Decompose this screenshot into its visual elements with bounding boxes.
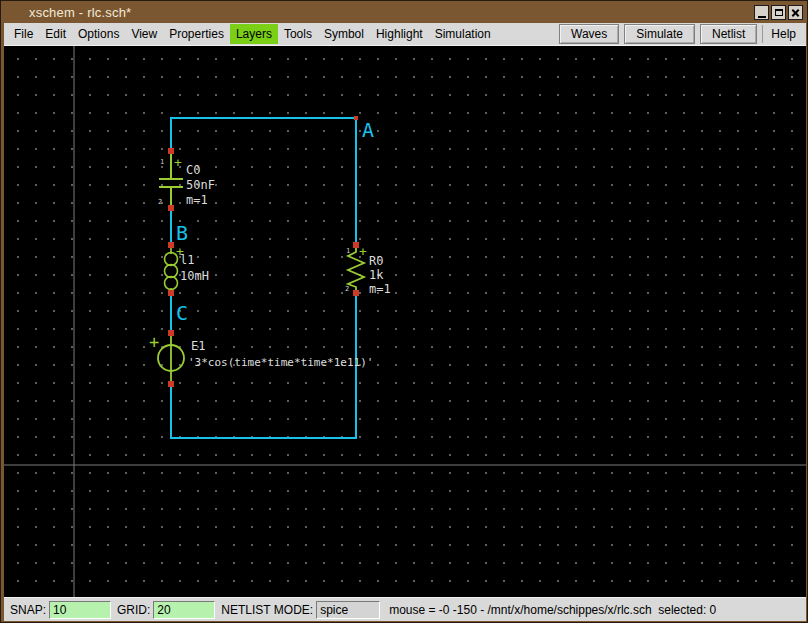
- pin[interactable]: [168, 205, 174, 211]
- menu-item-view[interactable]: View: [125, 24, 163, 44]
- schematic-canvas[interactable]: 1 2 + C0 50nF m=1 B +: [4, 46, 806, 597]
- pin-number: 1: [346, 247, 350, 255]
- polarity-plus-icon: +: [174, 155, 182, 170]
- netlist-mode-label: NETLIST MODE:: [221, 603, 313, 617]
- pin-number: 2: [345, 285, 349, 293]
- pin[interactable]: [168, 381, 174, 387]
- component-mult: m=1: [369, 282, 391, 296]
- menubar: File Edit Options View Properties Layers…: [4, 23, 806, 46]
- polarity-plus-icon: +: [359, 244, 367, 259]
- component-value: 50nF: [186, 178, 215, 192]
- component-ref: R0: [369, 254, 383, 268]
- close-button[interactable]: [788, 5, 803, 20]
- netlist-button[interactable]: Netlist: [700, 24, 757, 44]
- menu-item-properties[interactable]: Properties: [163, 24, 230, 44]
- component-value: 1k: [369, 268, 384, 282]
- menu-item-layers[interactable]: Layers: [230, 24, 278, 44]
- titlebar[interactable]: xschem - rlc.sch*: [2, 2, 806, 23]
- pin[interactable]: [168, 330, 174, 336]
- component-value: 10mH: [180, 269, 209, 283]
- pin[interactable]: [168, 148, 174, 154]
- pin-number: 1: [160, 158, 164, 166]
- snap-input[interactable]: [49, 601, 111, 619]
- menu-item-edit[interactable]: Edit: [39, 24, 72, 44]
- maximize-icon: [775, 9, 783, 16]
- status-info: mouse = -0 -150 - /mnt/x/home/schippes/x…: [389, 603, 716, 617]
- grid-label: GRID:: [117, 603, 150, 617]
- menu-item-help[interactable]: Help: [762, 25, 804, 43]
- menu-item-simulation[interactable]: Simulation: [429, 24, 497, 44]
- net-label-c[interactable]: C: [176, 301, 188, 325]
- pin[interactable]: [168, 242, 174, 248]
- pin[interactable]: [353, 290, 359, 296]
- menu-item-file[interactable]: File: [8, 24, 39, 44]
- pin-number: 2: [158, 198, 162, 206]
- inductor-coil: [165, 277, 178, 290]
- menu-item-highlight[interactable]: Highlight: [370, 24, 429, 44]
- window-title: xschem - rlc.sch*: [29, 5, 131, 20]
- inductor-l1[interactable]: + l1 10mH: [165, 242, 209, 296]
- snap-label: SNAP:: [10, 603, 46, 617]
- grid-input[interactable]: [153, 601, 215, 619]
- net-label-a[interactable]: A: [362, 118, 374, 142]
- close-icon: [791, 8, 800, 17]
- minimize-button[interactable]: [754, 5, 769, 20]
- menus: File Edit Options View Properties Layers…: [4, 24, 497, 44]
- source-e1[interactable]: + E1 '3*cos(time*time*time*1e11)': [149, 330, 373, 387]
- net-label-b[interactable]: B: [176, 221, 188, 245]
- menubar-buttons: Waves Simulate Netlist Help: [554, 24, 806, 44]
- capacitor-c0[interactable]: 1 2 + C0 50nF m=1: [158, 148, 215, 211]
- inductor-coil: [165, 265, 178, 278]
- minimize-icon: [758, 8, 766, 18]
- component-value: '3*cos(time*time*time*1e11)': [188, 356, 373, 369]
- maximize-button[interactable]: [771, 5, 786, 20]
- xschem-window: xschem - rlc.sch* File Edit Options View…: [0, 0, 808, 623]
- simulate-button[interactable]: Simulate: [624, 24, 695, 44]
- menu-item-tools[interactable]: Tools: [278, 24, 318, 44]
- menu-item-options[interactable]: Options: [72, 24, 125, 44]
- resistor-r0[interactable]: 1 2 + R0 1k m=1: [345, 242, 391, 296]
- polarity-plus-icon: +: [149, 332, 159, 352]
- component-mult: m=1: [186, 193, 208, 207]
- menu-item-symbol[interactable]: Symbol: [318, 24, 370, 44]
- component-ref: C0: [186, 163, 200, 177]
- waves-button[interactable]: Waves: [559, 24, 619, 44]
- schematic-svg: 1 2 + C0 50nF m=1 B +: [4, 46, 806, 597]
- component-ref: E1: [191, 339, 205, 353]
- window-controls: [754, 5, 803, 20]
- netlist-mode-input[interactable]: [316, 601, 380, 619]
- wire-endpoint: [354, 116, 358, 120]
- statusbar: SNAP: GRID: NETLIST MODE: mouse = -0 -15…: [4, 597, 806, 621]
- component-ref: l1: [180, 253, 194, 267]
- pin[interactable]: [168, 290, 174, 296]
